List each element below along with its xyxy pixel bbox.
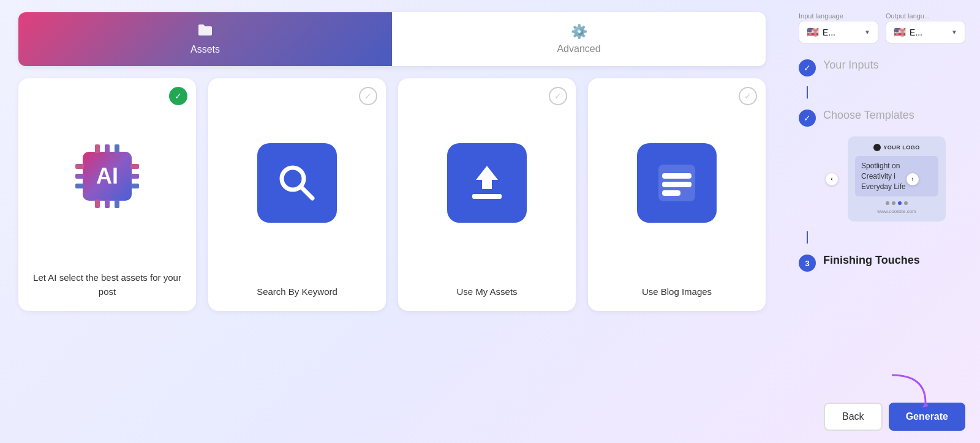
svg-rect-6 — [105, 199, 110, 208]
step-templates-label: Choose Templates — [823, 108, 914, 122]
upload-icon — [462, 158, 511, 207]
tab-assets-label: Assets — [190, 44, 220, 55]
output-lang-value: E... — [910, 28, 922, 37]
svg-rect-5 — [95, 199, 100, 208]
step-finishing-number: 3 — [805, 259, 809, 268]
template-prev-arrow[interactable]: ‹ — [826, 173, 838, 185]
card-my-assets-label: Use My Assets — [456, 285, 517, 299]
output-lang-chevron: ▼ — [951, 29, 957, 35]
tab-advanced[interactable]: ⚙️ Advanced — [392, 12, 766, 66]
input-language-select[interactable]: 🇺🇸 E... ▼ — [799, 21, 878, 43]
search-icon-box — [257, 143, 337, 223]
svg-rect-8 — [75, 164, 84, 169]
check-ai: ✓ — [169, 87, 187, 105]
svg-rect-12 — [130, 174, 139, 179]
step-inputs: ✓ Your Inputs — [799, 58, 965, 76]
svg-rect-17 — [472, 194, 502, 199]
gear-icon: ⚙️ — [571, 24, 587, 40]
language-selectors: Input language 🇺🇸 E... ▼ Output langu...… — [799, 12, 965, 43]
svg-rect-10 — [75, 184, 84, 188]
main-content: Assets ⚙️ Advanced ✓ AI — [0, 0, 784, 443]
svg-marker-23 — [922, 401, 929, 408]
step-inputs-label: Your Inputs — [823, 58, 878, 72]
svg-rect-4 — [115, 144, 119, 153]
template-next-arrow[interactable]: › — [907, 173, 919, 185]
template-preview-container: YOUR LOGO Spotlight onCreativity iEveryd… — [823, 136, 921, 222]
output-lang-col: Output langu... 🇺🇸 E... ▼ — [886, 12, 965, 43]
card-keyword[interactable]: ✓ Search By Keyword — [208, 78, 386, 311]
step-finishing: 3 Finishing Touches — [799, 253, 965, 272]
tab-advanced-label: Advanced — [557, 43, 600, 54]
tab-assets[interactable]: Assets — [18, 12, 392, 66]
card-ai[interactable]: ✓ AI — [18, 78, 196, 311]
template-nav-dots — [855, 201, 938, 205]
check-my-assets: ✓ — [549, 87, 567, 105]
output-lang-flag: 🇺🇸 — [894, 26, 906, 38]
step-templates: ✓ Choose Templates — [799, 108, 965, 127]
cards-container: ✓ AI — [18, 78, 766, 311]
blog-icon-wrapper — [637, 91, 717, 275]
step-templates-circle: ✓ — [799, 110, 816, 127]
folder-icon — [197, 23, 213, 40]
sidebar: Input language 🇺🇸 E... ▼ Output langu...… — [784, 0, 980, 443]
check-blog-images: ✓ — [739, 87, 757, 105]
svg-rect-13 — [130, 184, 139, 188]
svg-rect-3 — [105, 144, 110, 153]
connector-1 — [807, 86, 808, 99]
svg-rect-20 — [662, 173, 692, 179]
buttons-row: Back Generate — [799, 403, 965, 431]
card-blog-images-label: Use Blog Images — [642, 285, 712, 299]
svg-rect-2 — [95, 144, 100, 153]
input-lang-value: E... — [823, 28, 835, 37]
step-finishing-label: Finishing Touches — [823, 253, 920, 267]
back-button[interactable]: Back — [824, 403, 883, 431]
input-lang-col: Input language 🇺🇸 E... ▼ — [799, 12, 878, 43]
input-lang-flag: 🇺🇸 — [807, 26, 819, 38]
template-logo-row: YOUR LOGO — [855, 144, 938, 151]
step-finishing-circle: 3 — [799, 255, 816, 272]
svg-text:AI: AI — [96, 163, 118, 188]
template-logo-dot — [873, 144, 881, 151]
output-lang-label: Output langu... — [886, 12, 965, 20]
svg-marker-16 — [476, 166, 498, 189]
card-keyword-label: Search By Keyword — [257, 285, 337, 299]
template-url: www.coolsite.com — [855, 209, 938, 214]
tabs-container: Assets ⚙️ Advanced — [18, 12, 766, 66]
output-language-select[interactable]: 🇺🇸 E... ▼ — [886, 21, 965, 43]
arrow-decoration — [889, 372, 932, 409]
upload-icon-box — [447, 143, 527, 223]
connector-2 — [807, 231, 808, 244]
input-lang-chevron: ▼ — [864, 29, 870, 35]
svg-rect-11 — [130, 164, 139, 169]
template-dot-2 — [892, 201, 895, 205]
check-keyword: ✓ — [359, 87, 377, 105]
search-icon — [273, 158, 322, 207]
upload-icon-wrapper — [447, 91, 527, 275]
svg-rect-9 — [75, 174, 84, 179]
svg-rect-7 — [115, 199, 119, 208]
ai-chip-icon: AI — [64, 133, 150, 219]
svg-rect-22 — [662, 190, 680, 196]
blog-icon — [652, 158, 701, 207]
input-lang-label: Input language — [799, 12, 878, 20]
svg-line-15 — [301, 187, 312, 198]
card-my-assets[interactable]: ✓ Use My Assets — [398, 78, 576, 311]
template-logo-text: YOUR LOGO — [883, 144, 920, 151]
card-ai-label: Let AI select the best assets for your p… — [31, 271, 184, 299]
template-dot-1 — [886, 201, 889, 205]
step-inputs-circle: ✓ — [799, 59, 816, 76]
template-dot-4 — [904, 201, 908, 205]
template-arrows: ‹ › — [823, 173, 921, 185]
svg-rect-21 — [662, 182, 692, 187]
card-blog-images[interactable]: ✓ Use Blog Images — [588, 78, 766, 311]
search-icon-wrapper — [257, 91, 337, 275]
ai-icon-wrapper: AI — [64, 91, 150, 261]
template-dot-3 — [898, 201, 902, 205]
blog-icon-box — [637, 143, 717, 223]
